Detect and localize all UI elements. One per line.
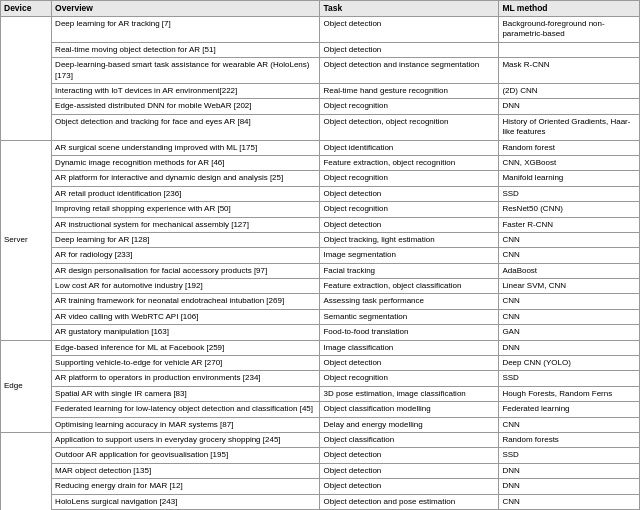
overview-cell: AR for radiology [233] — [52, 248, 320, 263]
task-cell: 3D pose estimation, image classification — [320, 386, 499, 401]
header-ml: ML method — [499, 1, 640, 17]
task-cell: Image segmentation — [320, 248, 499, 263]
task-cell: Delay and energy modelling — [320, 417, 499, 432]
task-cell: Feature extraction, object classificatio… — [320, 279, 499, 294]
overview-cell: Optimising learning accuracy in MAR syst… — [52, 417, 320, 432]
ml-cell: DNN — [499, 340, 640, 355]
task-cell: Object recognition — [320, 371, 499, 386]
overview-cell: Outdoor AR application for geovisualisat… — [52, 448, 320, 463]
ml-cell: SSD — [499, 186, 640, 201]
overview-cell: Reducing energy drain for MAR [12] — [52, 479, 320, 494]
task-cell: Object classification — [320, 432, 499, 447]
overview-cell: Federated learning for low-latency objec… — [52, 402, 320, 417]
task-cell: Object tracking, light estimation — [320, 232, 499, 247]
task-cell: Facial tracking — [320, 263, 499, 278]
task-cell: Image classification — [320, 340, 499, 355]
task-cell: Object detection — [320, 217, 499, 232]
task-cell: Object detection and instance segmentati… — [320, 58, 499, 84]
task-cell: Feature extraction, object recognition — [320, 155, 499, 170]
overview-cell: AR platform to operators in production e… — [52, 371, 320, 386]
task-cell: Object detection — [320, 448, 499, 463]
ml-cell: CNN — [499, 294, 640, 309]
ml-cell: Deep CNN (YOLO) — [499, 356, 640, 371]
ml-cell: DNN — [499, 99, 640, 114]
task-cell: Object recognition — [320, 202, 499, 217]
task-cell: Object detection — [320, 479, 499, 494]
ml-cell: Manifold learning — [499, 171, 640, 186]
overview-cell: Application to support users in everyday… — [52, 432, 320, 447]
ml-cell: Faster R-CNN — [499, 217, 640, 232]
header-task: Task — [320, 1, 499, 17]
overview-cell: AR surgical scene understanding improved… — [52, 140, 320, 155]
overview-cell: AR platform for interactive and dynamic … — [52, 171, 320, 186]
ml-cell: DNN — [499, 463, 640, 478]
overview-cell: Dynamic image recognition methods for AR… — [52, 155, 320, 170]
task-cell: Assessing task performance — [320, 294, 499, 309]
task-cell: Object classification modelling — [320, 402, 499, 417]
overview-cell: MAR object detection [135] — [52, 463, 320, 478]
device-cell: Edge — [1, 340, 52, 432]
ml-cell: ResNet50 (CNN) — [499, 202, 640, 217]
ml-cell: CNN, XGBoost — [499, 155, 640, 170]
task-cell: Object detection — [320, 186, 499, 201]
ml-cell: SSD — [499, 448, 640, 463]
ml-cell: Random forest — [499, 140, 640, 155]
ml-cell — [499, 42, 640, 57]
overview-cell: Low cost AR for automotive industry [192… — [52, 279, 320, 294]
overview-cell: Deep-learning-based smart task assistanc… — [52, 58, 320, 84]
task-cell: Object identification — [320, 140, 499, 155]
ml-cell: CNN — [499, 248, 640, 263]
overview-cell: AR video calling with WebRTC API [106] — [52, 309, 320, 324]
task-cell: Object detection, object recognition — [320, 114, 499, 140]
task-cell: Object detection — [320, 42, 499, 57]
task-cell: Object recognition — [320, 171, 499, 186]
overview-cell: HoloLens surgical navigation [243] — [52, 494, 320, 509]
ml-cell: (2D) CNN — [499, 84, 640, 99]
device-cell: Client — [1, 432, 52, 510]
task-cell: Food-to-food translation — [320, 325, 499, 340]
device-cell: Server — [1, 140, 52, 340]
ml-cell: GAN — [499, 325, 640, 340]
overview-cell: Deep learning for AR [128] — [52, 232, 320, 247]
ml-cell: AdaBoost — [499, 263, 640, 278]
overview-cell: Supporting vehicle-to-edge for vehicle A… — [52, 356, 320, 371]
ml-cell: Background-foreground non-parametric-bas… — [499, 17, 640, 43]
ml-cell: CNN — [499, 417, 640, 432]
overview-cell: AR retail product identification [236] — [52, 186, 320, 201]
ml-cell: CNN — [499, 309, 640, 324]
overview-cell: Interacting with IoT devices in AR envir… — [52, 84, 320, 99]
task-cell: Object detection and pose estimation — [320, 494, 499, 509]
ml-cell: Federated learning — [499, 402, 640, 417]
ml-cell: SSD — [499, 371, 640, 386]
overview-cell: Object detection and tracking for face a… — [52, 114, 320, 140]
ml-cell: Random forests — [499, 432, 640, 447]
overview-cell: Edge-assisted distributed DNN for mobile… — [52, 99, 320, 114]
task-cell: Semantic segmentation — [320, 309, 499, 324]
ml-cell: CNN — [499, 494, 640, 509]
ml-cell: History of Oriented Gradients, Haar-like… — [499, 114, 640, 140]
task-cell: Object detection — [320, 463, 499, 478]
overview-cell: AR instructional system for mechanical a… — [52, 217, 320, 232]
overview-cell: Deep learning for AR tracking [7] — [52, 17, 320, 43]
overview-cell: AR design personalisation for facial acc… — [52, 263, 320, 278]
header-overview: Overview — [52, 1, 320, 17]
ml-cell: Linear SVM, CNN — [499, 279, 640, 294]
overview-cell: AR training framework for neonatal endot… — [52, 294, 320, 309]
ml-cell: CNN — [499, 232, 640, 247]
task-cell: Object detection — [320, 356, 499, 371]
overview-cell: AR gustatory manipulation [163] — [52, 325, 320, 340]
ml-cell: DNN — [499, 479, 640, 494]
task-cell: Real-time hand gesture recognition — [320, 84, 499, 99]
task-cell: Object recognition — [320, 99, 499, 114]
ml-cell: Mask R-CNN — [499, 58, 640, 84]
overview-cell: Edge-based inference for ML at Facebook … — [52, 340, 320, 355]
header-device: Device — [1, 1, 52, 17]
overview-cell: Improving retail shopping experience wit… — [52, 202, 320, 217]
task-cell: Object detection — [320, 17, 499, 43]
device-cell-empty — [1, 17, 52, 141]
overview-cell: Spatial AR with single IR camera [83] — [52, 386, 320, 401]
overview-cell: Real-time moving object detection for AR… — [52, 42, 320, 57]
ml-cell: Hough Forests, Random Ferns — [499, 386, 640, 401]
